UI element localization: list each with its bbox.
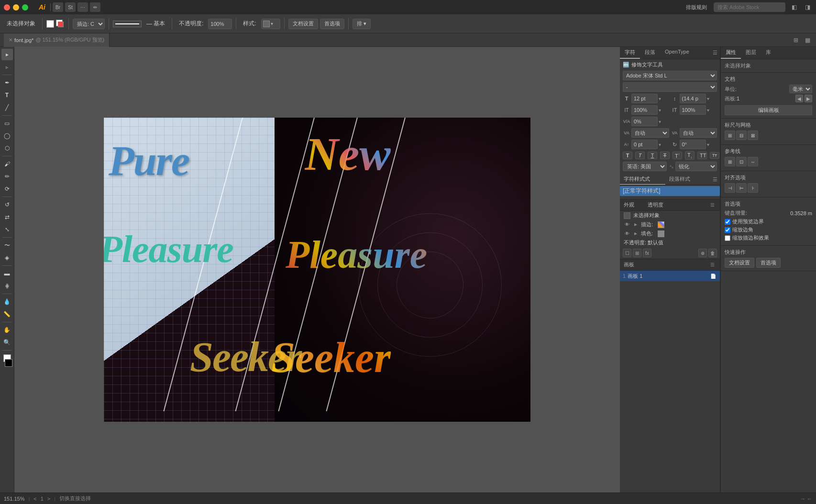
adobe-stock-search[interactable] xyxy=(714,2,785,12)
hand-tool[interactable]: ✋ xyxy=(1,324,13,336)
reflect-tool[interactable]: ⇄ xyxy=(1,211,13,223)
font-size-input[interactable] xyxy=(631,94,658,103)
appearance-collapse[interactable]: ☰ xyxy=(708,201,716,209)
edit-canvas-btn[interactable]: 编辑画板 xyxy=(725,105,812,115)
subscript-btn[interactable]: T↓ xyxy=(685,151,695,160)
stroke-color-indicator[interactable] xyxy=(56,20,65,28)
doc-settings-button[interactable]: 文档设置 xyxy=(288,19,318,29)
direct-select-tool[interactable]: ▹ xyxy=(1,61,13,73)
leading-input[interactable] xyxy=(680,94,706,103)
preview-bounds-checkbox[interactable] xyxy=(725,219,730,225)
artboard-collapse[interactable]: ☰ xyxy=(708,261,716,269)
tracking-input[interactable] xyxy=(631,117,658,126)
pen-icon[interactable]: ✏ xyxy=(90,2,100,12)
interpolation-select[interactable]: 插边: C xyxy=(73,19,105,29)
appear-copy-btn[interactable]: ⊕ xyxy=(698,249,707,257)
align-right-btn[interactable]: ⊦ xyxy=(748,183,758,193)
polygon-tool[interactable]: ⬡ xyxy=(1,142,13,154)
ellipse-tool[interactable]: ◯ xyxy=(1,130,13,142)
rectangle-tool[interactable]: ▭ xyxy=(1,118,13,129)
font-variant-select[interactable]: - xyxy=(623,82,717,92)
style-selector[interactable]: ▾ xyxy=(261,19,280,29)
scale-v-input[interactable] xyxy=(680,105,706,115)
appear-fx-btn[interactable]: fx xyxy=(643,249,651,257)
appear-layer-btn[interactable]: ⊞ xyxy=(633,249,641,257)
br-icon[interactable]: Br xyxy=(53,2,63,12)
nav-next-btn[interactable]: > xyxy=(47,496,50,502)
panel-toggle-left[interactable]: ◧ xyxy=(789,2,799,12)
document-tab[interactable]: ✕ font.jpg* @ 151.15% (RGB/GPU 预览) xyxy=(4,33,110,47)
tab-layers[interactable]: 图层 xyxy=(741,47,761,59)
para-style-tab[interactable]: 段落样式 xyxy=(665,174,711,185)
fill-vis-icon[interactable]: 👁 xyxy=(624,230,630,237)
nav-prev-btn[interactable]: < xyxy=(33,496,36,502)
appear-delete-btn[interactable]: 🗑 xyxy=(708,249,717,257)
scale-corners-checkbox[interactable] xyxy=(725,227,730,233)
appear-fill-row[interactable]: 👁 ▶ 填色: xyxy=(620,229,720,238)
rotation-input[interactable] xyxy=(680,140,706,149)
font-variant-row[interactable]: - xyxy=(620,81,720,93)
scale-tool[interactable]: ⤡ xyxy=(1,224,13,235)
sharpen-select[interactable]: 锐化 xyxy=(675,162,717,171)
appear-stroke-row[interactable]: 👁 ▶ 描边: xyxy=(620,220,720,229)
stroke-expand-icon[interactable]: ▶ xyxy=(633,222,638,227)
quick-doc-settings-btn[interactable]: 文档设置 xyxy=(725,258,754,268)
language-select[interactable]: 英语: 美国 xyxy=(623,162,667,171)
appear-add-btn[interactable]: ☐ xyxy=(623,249,631,257)
prop-unit-select[interactable]: 毫米 xyxy=(789,85,812,93)
scale-h-input[interactable] xyxy=(631,105,658,115)
panel-menu-btn[interactable]: ☰ xyxy=(710,47,720,59)
panel-toggle-right[interactable]: ◨ xyxy=(803,2,812,12)
ruler-btn-1[interactable]: ⊞ xyxy=(725,131,735,140)
font-name-select[interactable]: Adobe 宋体 Std L xyxy=(623,71,717,80)
type-tool[interactable]: T xyxy=(1,89,13,101)
mesh-tool[interactable]: ⋕ xyxy=(1,280,13,292)
char-style-tab[interactable]: 字符样式式 xyxy=(620,174,665,185)
stroke-vis-icon[interactable]: 👁 xyxy=(624,221,630,228)
guides-btn-1[interactable]: ⊞ xyxy=(725,157,735,166)
underline-btn[interactable]: T xyxy=(648,152,657,159)
font-name-row[interactable]: Adobe 宋体 Std L xyxy=(620,70,720,81)
canvas-area[interactable]: Pure New Pleasure Pleasure Seeker Seeker xyxy=(14,47,620,493)
pen-tool[interactable]: ✒ xyxy=(1,77,13,88)
maximize-button[interactable] xyxy=(22,4,28,11)
eyedropper-tool[interactable]: 💧 xyxy=(1,296,13,307)
arrange-button[interactable]: 排 ▾ xyxy=(353,19,371,29)
pencil-tool[interactable]: ✏ xyxy=(1,171,13,182)
auto-select[interactable]: 自动 xyxy=(680,128,717,138)
ai-icon[interactable]: Ai xyxy=(36,2,48,12)
smallcaps-btn[interactable]: Tᴛ xyxy=(710,152,719,159)
arrange-icon[interactable]: ⊞ xyxy=(791,35,801,45)
minimize-button[interactable] xyxy=(13,4,19,11)
zoom-tool[interactable]: 🔍 xyxy=(1,337,13,348)
tab-para[interactable]: 段落 xyxy=(640,47,660,59)
bold-btn[interactable]: T xyxy=(623,152,632,159)
close-button[interactable] xyxy=(4,4,10,11)
guides-btn-3[interactable]: ↔ xyxy=(748,157,758,166)
tab-properties[interactable]: 属性 xyxy=(721,47,741,59)
guides-btn-2[interactable]: ⊡ xyxy=(736,157,747,166)
baseline-input[interactable] xyxy=(631,140,658,149)
canvas-next-btn[interactable]: ▶ xyxy=(805,95,812,102)
tab-close-button[interactable]: ✕ xyxy=(9,37,12,43)
ruler-btn-3[interactable]: ⊠ xyxy=(748,131,758,140)
tab-opentype[interactable]: OpenType xyxy=(660,47,694,59)
kerning-select[interactable]: 自动 xyxy=(631,128,669,138)
column-graph-tool[interactable]: ▬ xyxy=(1,268,13,279)
allcaps-btn[interactable]: TT xyxy=(697,152,707,159)
select-tool[interactable]: ▸ xyxy=(1,49,13,60)
path-tool[interactable]: ╱ xyxy=(1,102,13,113)
brush-tool[interactable]: 🖌 xyxy=(1,158,13,170)
align-left-btn[interactable]: ⊣ xyxy=(725,183,735,193)
opacity-input[interactable] xyxy=(208,19,232,29)
st-icon[interactable]: St xyxy=(65,2,76,12)
artboard-edit-icon[interactable]: 📄 xyxy=(709,272,717,280)
tab-library[interactable]: 库 xyxy=(761,47,776,59)
char-style-value[interactable]: [正常字符样式] xyxy=(620,186,720,196)
style-menu-btn[interactable]: ☰ xyxy=(710,174,720,185)
quick-prefs-btn[interactable]: 首选项 xyxy=(756,258,781,268)
strikethrough-btn[interactable]: T xyxy=(660,152,670,159)
artboard-row-1[interactable]: 1 画板 1 📄 xyxy=(620,271,720,281)
preferences-button[interactable]: 首选项 xyxy=(320,19,344,29)
arrange-menu[interactable]: 排版规则 xyxy=(683,4,710,11)
